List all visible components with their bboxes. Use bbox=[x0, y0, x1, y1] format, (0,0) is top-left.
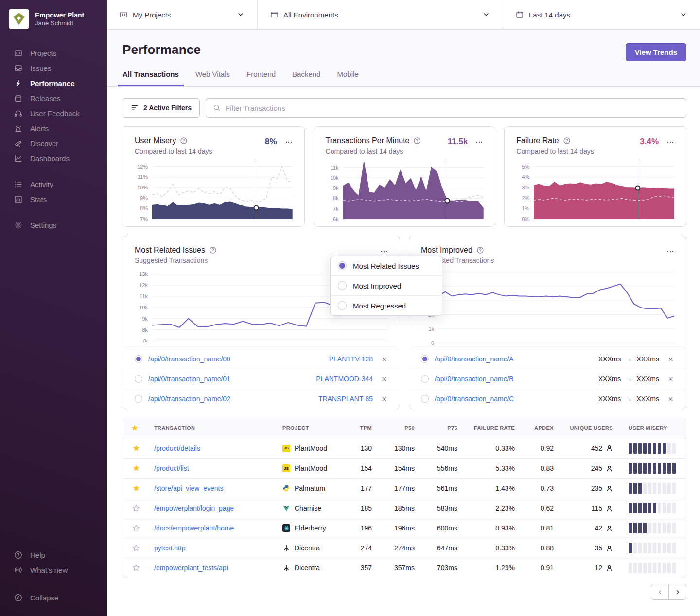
star-outline-icon[interactable] bbox=[132, 504, 140, 512]
y-tick-label: 1k bbox=[428, 326, 434, 332]
misery-bar bbox=[658, 483, 661, 494]
transaction-link[interactable]: /empowerplant/login_page bbox=[146, 504, 275, 512]
sidebar-item-alerts[interactable]: Alerts bbox=[0, 121, 107, 136]
menu-item-most-related-issues[interactable]: Most Related Issues bbox=[331, 256, 442, 275]
question-icon[interactable] bbox=[476, 246, 484, 254]
sidebar-item-stats[interactable]: Stats bbox=[0, 192, 107, 207]
sidebar-item-help[interactable]: Help bbox=[0, 548, 107, 563]
sidebar-item-dashboards[interactable]: Dashboards bbox=[0, 151, 107, 166]
issue-link[interactable]: PLANTTV-128 bbox=[329, 355, 373, 363]
question-icon[interactable] bbox=[563, 137, 571, 145]
y-tick-label: 8k bbox=[142, 327, 148, 333]
ellipsis-menu-icon[interactable] bbox=[475, 138, 483, 146]
sidebar-item-projects[interactable]: Projects bbox=[0, 46, 107, 61]
project-cell: Chamise bbox=[275, 504, 349, 512]
sidebar-item-discover[interactable]: Discover bbox=[0, 136, 107, 151]
user-misery-bars bbox=[629, 503, 678, 513]
transaction-link[interactable]: /api/0/transaction_name/01 bbox=[148, 375, 316, 383]
radio-button[interactable] bbox=[135, 375, 142, 383]
ellipsis-menu-icon[interactable] bbox=[666, 248, 674, 256]
radio-button[interactable] bbox=[421, 395, 429, 403]
column-header-p50: P50 bbox=[380, 425, 422, 431]
ellipsis-menu-icon[interactable] bbox=[285, 138, 293, 146]
sidebar-item-performance[interactable]: Performance bbox=[0, 76, 107, 91]
sidebar-collapse-button[interactable]: Collapse bbox=[0, 590, 107, 605]
misery-bar bbox=[643, 503, 647, 513]
date-range-selector[interactable]: Last 14 days bbox=[503, 0, 700, 29]
transaction-link[interactable]: /api/0/transaction_name/02 bbox=[148, 395, 318, 403]
radio-button[interactable] bbox=[421, 375, 429, 383]
close-icon[interactable] bbox=[667, 395, 674, 403]
misery-bar bbox=[629, 483, 632, 494]
close-icon[interactable] bbox=[381, 395, 388, 403]
radio-button[interactable] bbox=[135, 395, 142, 403]
person-icon bbox=[606, 565, 613, 572]
transaction-link[interactable]: /empowerplant_tests/api bbox=[146, 564, 275, 572]
menu-item-most-regressed[interactable]: Most Regressed bbox=[331, 295, 442, 315]
ellipsis-menu-icon[interactable] bbox=[666, 138, 674, 146]
sidebar-item-settings[interactable]: Settings bbox=[0, 218, 107, 233]
tab-frontend[interactable]: Frontend bbox=[242, 70, 280, 86]
radio-button[interactable] bbox=[338, 261, 347, 270]
transaction-link[interactable]: pytest.http bbox=[146, 544, 275, 552]
search-icon bbox=[213, 104, 221, 112]
tab-backend[interactable]: Backend bbox=[287, 70, 325, 86]
sidebar-item-user-feedback[interactable]: User Feedback bbox=[0, 106, 107, 121]
menu-item-most-improved[interactable]: Most Improved bbox=[331, 275, 442, 295]
star-outline-icon[interactable] bbox=[132, 544, 140, 552]
y-tick-label: 9k bbox=[333, 185, 339, 191]
content: 2 Active Filters User Misery Compared to… bbox=[107, 87, 700, 616]
p50-cell: 130ms bbox=[380, 445, 422, 452]
search-input[interactable] bbox=[226, 104, 679, 112]
column-header-unique-users: UNIQUE USERS bbox=[561, 425, 621, 431]
misery-bar bbox=[638, 503, 642, 513]
question-icon[interactable] bbox=[180, 137, 188, 145]
view-trends-button[interactable]: View Trends bbox=[626, 43, 686, 61]
transaction-link[interactable]: /api/0/transaction_name/C bbox=[435, 395, 598, 403]
transaction-link[interactable]: /product/list bbox=[146, 464, 275, 472]
tab-mobile[interactable]: Mobile bbox=[332, 70, 363, 86]
transaction-link[interactable]: /product/details bbox=[146, 445, 275, 452]
star-filled-icon[interactable] bbox=[132, 484, 140, 492]
misery-bar bbox=[648, 443, 651, 454]
card-context-menu: Most Related IssuesMost ImprovedMost Reg… bbox=[330, 256, 442, 316]
apdex-cell: 0.73 bbox=[523, 484, 561, 492]
menu-item-label: Most Regressed bbox=[353, 302, 406, 310]
issue-link[interactable]: TRANSPLANT-85 bbox=[318, 395, 373, 403]
radio-button[interactable] bbox=[338, 301, 347, 310]
close-icon[interactable] bbox=[667, 376, 674, 383]
sidebar-item-activity[interactable]: Activity bbox=[0, 177, 107, 192]
close-icon[interactable] bbox=[667, 356, 674, 363]
transaction-link[interactable]: /api/0/transaction_name/00 bbox=[148, 355, 329, 363]
org-switcher[interactable]: Empower Plant Jane Schmidt bbox=[0, 9, 107, 29]
previous-page-button[interactable] bbox=[651, 584, 669, 600]
star-filled-icon[interactable] bbox=[132, 464, 140, 472]
sidebar-item-releases[interactable]: Releases bbox=[0, 91, 107, 106]
sidebar-item-issues[interactable]: Issues bbox=[0, 61, 107, 76]
star-filled-icon[interactable] bbox=[132, 445, 140, 452]
p75-cell: 600ms bbox=[422, 524, 465, 532]
project-selector[interactable]: My Projects bbox=[107, 0, 258, 29]
transaction-link[interactable]: /store/api_view_events bbox=[146, 484, 275, 492]
close-icon[interactable] bbox=[381, 376, 388, 383]
transaction-link[interactable]: /docs/empowerplant/home bbox=[146, 524, 275, 532]
transaction-link[interactable]: /api/0/transaction_name/B bbox=[435, 375, 598, 383]
tab-web-vitals[interactable]: Web Vitals bbox=[191, 70, 235, 86]
radio-button[interactable] bbox=[338, 281, 347, 290]
question-icon[interactable] bbox=[209, 246, 217, 254]
sidebar-item-what-s-new[interactable]: What’s new bbox=[0, 563, 107, 578]
issue-link[interactable]: PLANTMOOD-344 bbox=[316, 375, 373, 383]
star-outline-icon[interactable] bbox=[132, 564, 140, 572]
environment-selector[interactable]: All Environments bbox=[258, 0, 503, 29]
user-misery-chart: 12%11%10%9%8%7% bbox=[135, 163, 293, 219]
tab-all-transactions[interactable]: All Transactions bbox=[118, 70, 184, 86]
close-icon[interactable] bbox=[381, 356, 388, 363]
transaction-link[interactable]: /api/0/transaction_name/A bbox=[435, 355, 598, 363]
question-icon[interactable] bbox=[413, 137, 421, 145]
radio-button[interactable] bbox=[421, 355, 429, 363]
user-misery-cell bbox=[621, 503, 686, 513]
star-outline-icon[interactable] bbox=[132, 524, 140, 532]
next-page-button[interactable] bbox=[668, 584, 686, 600]
radio-button[interactable] bbox=[135, 355, 142, 363]
active-filters-button[interactable]: 2 Active Filters bbox=[122, 98, 200, 118]
